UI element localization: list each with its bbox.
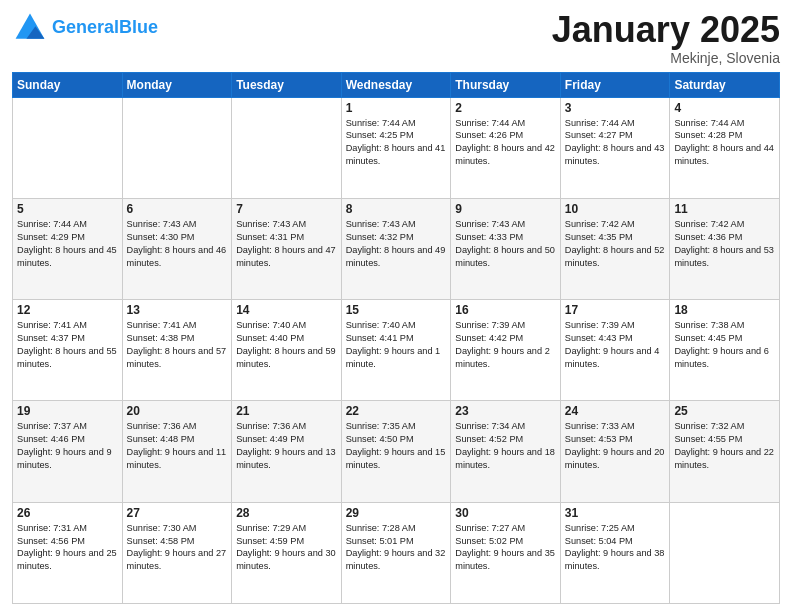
day-number: 2 — [455, 101, 556, 115]
day-number: 14 — [236, 303, 337, 317]
week-row-4: 19Sunrise: 7:37 AM Sunset: 4:46 PM Dayli… — [13, 401, 780, 502]
day-info: Sunrise: 7:25 AM Sunset: 5:04 PM Dayligh… — [565, 522, 666, 574]
calendar-table: SundayMondayTuesdayWednesdayThursdayFrid… — [12, 72, 780, 604]
day-info: Sunrise: 7:37 AM Sunset: 4:46 PM Dayligh… — [17, 420, 118, 472]
day-number: 15 — [346, 303, 447, 317]
day-info: Sunrise: 7:39 AM Sunset: 4:42 PM Dayligh… — [455, 319, 556, 371]
weekday-header-thursday: Thursday — [451, 72, 561, 97]
day-number: 31 — [565, 506, 666, 520]
calendar-cell: 30Sunrise: 7:27 AM Sunset: 5:02 PM Dayli… — [451, 502, 561, 603]
calendar-cell: 21Sunrise: 7:36 AM Sunset: 4:49 PM Dayli… — [232, 401, 342, 502]
day-info: Sunrise: 7:29 AM Sunset: 4:59 PM Dayligh… — [236, 522, 337, 574]
day-number: 3 — [565, 101, 666, 115]
day-number: 23 — [455, 404, 556, 418]
day-number: 12 — [17, 303, 118, 317]
day-number: 11 — [674, 202, 775, 216]
weekday-header-wednesday: Wednesday — [341, 72, 451, 97]
calendar-cell: 26Sunrise: 7:31 AM Sunset: 4:56 PM Dayli… — [13, 502, 123, 603]
day-number: 1 — [346, 101, 447, 115]
calendar-cell — [13, 97, 123, 198]
day-info: Sunrise: 7:44 AM Sunset: 4:25 PM Dayligh… — [346, 117, 447, 169]
calendar-cell: 5Sunrise: 7:44 AM Sunset: 4:29 PM Daylig… — [13, 198, 123, 299]
day-info: Sunrise: 7:39 AM Sunset: 4:43 PM Dayligh… — [565, 319, 666, 371]
calendar-cell: 20Sunrise: 7:36 AM Sunset: 4:48 PM Dayli… — [122, 401, 232, 502]
calendar-cell: 29Sunrise: 7:28 AM Sunset: 5:01 PM Dayli… — [341, 502, 451, 603]
day-info: Sunrise: 7:44 AM Sunset: 4:28 PM Dayligh… — [674, 117, 775, 169]
logo-blue: Blue — [119, 17, 158, 37]
calendar-cell: 1Sunrise: 7:44 AM Sunset: 4:25 PM Daylig… — [341, 97, 451, 198]
day-info: Sunrise: 7:35 AM Sunset: 4:50 PM Dayligh… — [346, 420, 447, 472]
logo-icon — [12, 10, 48, 46]
day-number: 4 — [674, 101, 775, 115]
day-number: 9 — [455, 202, 556, 216]
logo-text: GeneralBlue — [52, 18, 158, 38]
calendar-cell: 12Sunrise: 7:41 AM Sunset: 4:37 PM Dayli… — [13, 300, 123, 401]
day-info: Sunrise: 7:44 AM Sunset: 4:27 PM Dayligh… — [565, 117, 666, 169]
day-number: 17 — [565, 303, 666, 317]
day-info: Sunrise: 7:32 AM Sunset: 4:55 PM Dayligh… — [674, 420, 775, 472]
weekday-header-tuesday: Tuesday — [232, 72, 342, 97]
day-number: 6 — [127, 202, 228, 216]
calendar-cell: 4Sunrise: 7:44 AM Sunset: 4:28 PM Daylig… — [670, 97, 780, 198]
day-info: Sunrise: 7:43 AM Sunset: 4:32 PM Dayligh… — [346, 218, 447, 270]
calendar-cell: 13Sunrise: 7:41 AM Sunset: 4:38 PM Dayli… — [122, 300, 232, 401]
weekday-header-friday: Friday — [560, 72, 670, 97]
day-number: 10 — [565, 202, 666, 216]
calendar-cell: 3Sunrise: 7:44 AM Sunset: 4:27 PM Daylig… — [560, 97, 670, 198]
day-number: 5 — [17, 202, 118, 216]
location: Mekinje, Slovenia — [552, 50, 780, 66]
calendar-cell — [232, 97, 342, 198]
calendar-cell: 25Sunrise: 7:32 AM Sunset: 4:55 PM Dayli… — [670, 401, 780, 502]
day-number: 13 — [127, 303, 228, 317]
day-number: 18 — [674, 303, 775, 317]
week-row-5: 26Sunrise: 7:31 AM Sunset: 4:56 PM Dayli… — [13, 502, 780, 603]
day-info: Sunrise: 7:27 AM Sunset: 5:02 PM Dayligh… — [455, 522, 556, 574]
day-info: Sunrise: 7:38 AM Sunset: 4:45 PM Dayligh… — [674, 319, 775, 371]
day-number: 25 — [674, 404, 775, 418]
day-number: 7 — [236, 202, 337, 216]
calendar-cell: 28Sunrise: 7:29 AM Sunset: 4:59 PM Dayli… — [232, 502, 342, 603]
day-info: Sunrise: 7:43 AM Sunset: 4:33 PM Dayligh… — [455, 218, 556, 270]
logo-general: General — [52, 17, 119, 37]
page: GeneralBlue January 2025 Mekinje, Sloven… — [0, 0, 792, 612]
day-number: 21 — [236, 404, 337, 418]
calendar-cell: 10Sunrise: 7:42 AM Sunset: 4:35 PM Dayli… — [560, 198, 670, 299]
day-number: 19 — [17, 404, 118, 418]
calendar-cell: 8Sunrise: 7:43 AM Sunset: 4:32 PM Daylig… — [341, 198, 451, 299]
calendar-cell: 24Sunrise: 7:33 AM Sunset: 4:53 PM Dayli… — [560, 401, 670, 502]
day-info: Sunrise: 7:40 AM Sunset: 4:40 PM Dayligh… — [236, 319, 337, 371]
day-info: Sunrise: 7:41 AM Sunset: 4:37 PM Dayligh… — [17, 319, 118, 371]
day-number: 24 — [565, 404, 666, 418]
day-info: Sunrise: 7:43 AM Sunset: 4:31 PM Dayligh… — [236, 218, 337, 270]
day-number: 30 — [455, 506, 556, 520]
day-info: Sunrise: 7:43 AM Sunset: 4:30 PM Dayligh… — [127, 218, 228, 270]
weekday-header-saturday: Saturday — [670, 72, 780, 97]
day-info: Sunrise: 7:44 AM Sunset: 4:29 PM Dayligh… — [17, 218, 118, 270]
day-info: Sunrise: 7:28 AM Sunset: 5:01 PM Dayligh… — [346, 522, 447, 574]
title-block: January 2025 Mekinje, Slovenia — [552, 10, 780, 66]
calendar-cell: 16Sunrise: 7:39 AM Sunset: 4:42 PM Dayli… — [451, 300, 561, 401]
day-number: 27 — [127, 506, 228, 520]
calendar-cell: 27Sunrise: 7:30 AM Sunset: 4:58 PM Dayli… — [122, 502, 232, 603]
day-info: Sunrise: 7:36 AM Sunset: 4:48 PM Dayligh… — [127, 420, 228, 472]
calendar-cell — [670, 502, 780, 603]
calendar-cell: 31Sunrise: 7:25 AM Sunset: 5:04 PM Dayli… — [560, 502, 670, 603]
day-info: Sunrise: 7:36 AM Sunset: 4:49 PM Dayligh… — [236, 420, 337, 472]
calendar-cell: 23Sunrise: 7:34 AM Sunset: 4:52 PM Dayli… — [451, 401, 561, 502]
day-info: Sunrise: 7:30 AM Sunset: 4:58 PM Dayligh… — [127, 522, 228, 574]
calendar-cell: 2Sunrise: 7:44 AM Sunset: 4:26 PM Daylig… — [451, 97, 561, 198]
day-info: Sunrise: 7:41 AM Sunset: 4:38 PM Dayligh… — [127, 319, 228, 371]
calendar-cell: 11Sunrise: 7:42 AM Sunset: 4:36 PM Dayli… — [670, 198, 780, 299]
calendar-cell — [122, 97, 232, 198]
day-info: Sunrise: 7:42 AM Sunset: 4:36 PM Dayligh… — [674, 218, 775, 270]
week-row-2: 5Sunrise: 7:44 AM Sunset: 4:29 PM Daylig… — [13, 198, 780, 299]
day-number: 26 — [17, 506, 118, 520]
calendar-header: SundayMondayTuesdayWednesdayThursdayFrid… — [13, 72, 780, 97]
calendar-body: 1Sunrise: 7:44 AM Sunset: 4:25 PM Daylig… — [13, 97, 780, 603]
day-number: 28 — [236, 506, 337, 520]
day-info: Sunrise: 7:42 AM Sunset: 4:35 PM Dayligh… — [565, 218, 666, 270]
day-info: Sunrise: 7:31 AM Sunset: 4:56 PM Dayligh… — [17, 522, 118, 574]
month-title: January 2025 — [552, 10, 780, 50]
day-number: 22 — [346, 404, 447, 418]
header: GeneralBlue January 2025 Mekinje, Sloven… — [12, 10, 780, 66]
